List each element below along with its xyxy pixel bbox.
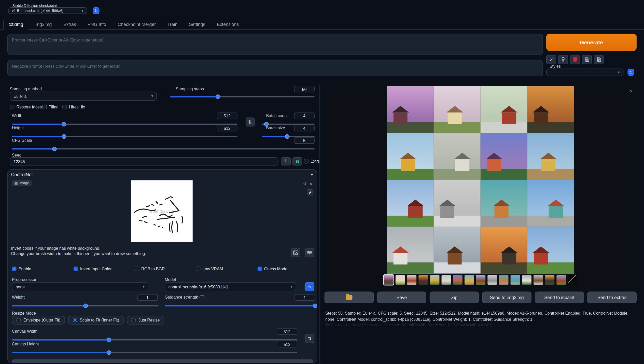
result-image-10[interactable] [434,180,481,227]
thumbnail-12[interactable] [510,275,520,285]
brush-button[interactable] [307,189,313,195]
preprocessor-dropdown[interactable]: none ▾ [12,282,148,291]
canvas-width-slider[interactable] [12,337,297,342]
result-image-3[interactable] [481,86,527,133]
checkbox-invert-input-color[interactable]: ✓Invert Input Color [74,267,112,271]
zip-button[interactable]: Zip [430,292,479,303]
checkbox-low-vram[interactable]: Low VRAM [196,267,223,271]
negative-prompt-input[interactable] [7,60,543,77]
canvas-height-value[interactable]: 512 [277,341,297,347]
thumbnail-5[interactable] [430,275,439,285]
paste-params-button[interactable]: ↙ [546,55,556,64]
batch-size-value[interactable]: 4 [294,125,315,132]
thumbnail-15[interactable] [545,275,554,285]
thumbnail-16[interactable] [556,275,566,285]
result-image-2[interactable] [434,86,481,133]
open-folder-button[interactable] [325,292,374,303]
checkbox-hires-fix[interactable]: Hires. fix [62,105,85,109]
result-image-11[interactable] [481,180,527,227]
controlnet-canvas[interactable]: Start drawing [131,180,193,242]
model-dropdown[interactable]: control_scribble-fp16 [c508311e] ▾ [165,282,296,291]
guidance-strength-value[interactable]: 1 [295,294,315,301]
weight-slider[interactable] [12,303,159,308]
thumbnail-3[interactable] [407,275,416,285]
thumbnail-4[interactable] [418,275,428,285]
canvas-width-value[interactable]: 512 [277,328,297,335]
result-image-15[interactable] [481,227,527,274]
send-to-extras-button[interactable]: Send to extras [587,292,637,303]
undo-icon[interactable]: ↺ [303,182,307,186]
refresh-styles-button[interactable]: ↻ [627,69,634,76]
prompt-input[interactable] [7,34,543,55]
thumbnail-9[interactable] [476,275,485,285]
apply-style-button[interactable] [582,55,592,64]
canvas-settings-button[interactable] [305,248,314,257]
extra-networks-button[interactable] [570,55,580,64]
result-image-6[interactable] [434,133,481,180]
new-canvas-button[interactable] [291,248,300,257]
seed-input[interactable]: 12345 [10,157,278,165]
batch-count-value[interactable]: 4 [294,113,315,119]
reuse-seed-button[interactable]: ♻ [292,157,302,165]
refresh-models-button[interactable]: ↻ [305,282,314,291]
tab-txt2img[interactable]: txt2img [3,19,29,30]
send-to-inpaint-button[interactable]: Send to inpaint [535,292,584,303]
cfg-scale-value[interactable]: 5 [294,137,315,144]
thumbnail-14[interactable] [533,275,543,285]
clear-canvas-icon[interactable]: × [310,182,312,186]
thumbnail-1[interactable] [384,275,393,285]
collapse-arrow-icon[interactable]: ▼ [310,173,314,177]
clear-prompt-button[interactable] [558,55,568,64]
refresh-checkpoint-button[interactable]: ↻ [93,7,100,14]
height-slider[interactable] [12,134,237,139]
tab-train[interactable]: Train [162,19,183,30]
checkbox-extra[interactable]: Extra [304,159,320,163]
save-style-button[interactable] [594,55,604,64]
width-value[interactable]: 512 [217,113,237,119]
resize-mode-scale-to-fit-inner-fit[interactable]: Scale to Fit (Inner Fit) [68,316,124,325]
swap-canvas-dimensions-button[interactable]: ⇅ [305,334,314,343]
random-seed-button[interactable] [281,157,291,165]
tab-png-info[interactable]: PNG Info [82,19,111,30]
guidance-strength-slider[interactable] [165,303,315,308]
result-image-4[interactable] [527,86,574,133]
checkbox-enable[interactable]: ✓Enable [12,267,31,271]
checkbox-tiling[interactable]: Tiling [42,105,59,109]
tab-checkpoint-merger[interactable]: Checkpoint Merger [112,19,161,30]
result-image-12[interactable] [527,180,574,227]
resize-mode-envelope-outer-fit[interactable]: Envelope (Outer Fit) [12,316,65,325]
result-image-1[interactable] [387,86,434,133]
scrollbar[interactable] [319,84,320,364]
send-to-img2img-button[interactable]: Send to img2img [482,292,531,303]
swap-dimensions-button[interactable]: ⇅ [246,117,255,126]
tab-extras[interactable]: Extras [58,19,81,30]
tab-extensions[interactable]: Extensions [212,19,244,30]
collapsed-section-bar[interactable] [12,359,313,363]
thumbnail-controlnet-map[interactable] [568,275,577,285]
checkbox-restore-faces[interactable]: Restore faces [10,105,42,109]
result-image-9[interactable] [387,180,434,227]
weight-value[interactable]: 1 [137,294,158,301]
height-value[interactable]: 512 [217,125,237,132]
thumbnail-2[interactable] [395,275,405,285]
close-gallery-icon[interactable]: × [629,88,632,94]
thumbnail-11[interactable] [499,275,508,285]
controlnet-image-tab[interactable]: ▦ Image [12,180,32,186]
thumbnail-8[interactable] [464,275,474,285]
result-image-13[interactable] [387,227,434,274]
thumbnail-10[interactable] [487,275,497,285]
tab-img2img[interactable]: img2img [29,19,57,30]
result-image-8[interactable] [527,133,574,180]
checkbox-rgb-to-bgr[interactable]: RGB to BGR [135,267,165,271]
width-slider[interactable] [12,122,237,127]
result-image-7[interactable] [481,133,527,180]
generate-button[interactable]: Generate [546,34,637,51]
checkpoint-dropdown[interactable]: v1-5-pruned.ckpt [e1441589a6] ▾ [8,7,87,14]
thumbnail-13[interactable] [522,275,531,285]
thumbnail-6[interactable] [441,275,451,285]
result-image-14[interactable] [434,227,481,274]
resize-mode-just-resize[interactable]: Just Resize [127,316,164,325]
result-image-16[interactable] [527,227,574,274]
tab-settings[interactable]: Settings [184,19,211,30]
cfg-scale-slider[interactable] [12,146,315,151]
